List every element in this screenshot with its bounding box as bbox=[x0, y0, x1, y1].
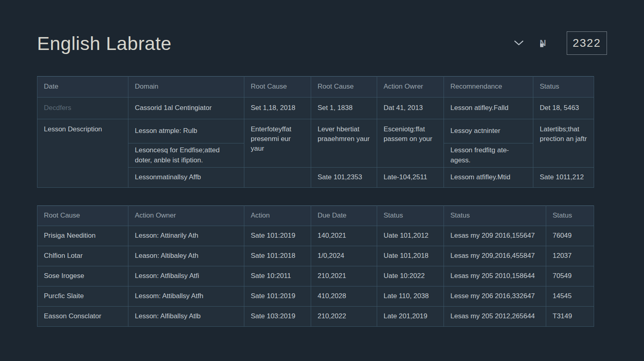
cell-action-owner-text: Esceniotg:ffat passem on your bbox=[377, 119, 444, 168]
column-header-due-date: Due Date bbox=[311, 206, 377, 226]
table-row: Prisiga Needition Lesson: Attinarily Ath… bbox=[37, 226, 594, 246]
cell-domain-sub1: Lesson atmple: Rulb bbox=[128, 119, 244, 143]
cell-domain-sub2: Lesoncesq for Endfise;atted doter, anble… bbox=[128, 143, 244, 168]
cell-status: Det 18, 5463 bbox=[533, 98, 594, 119]
column-header-status-3: Status bbox=[546, 206, 594, 226]
cell-status-2: Lesas my 209,2016,455847 bbox=[444, 246, 546, 266]
column-header-root-cause-2: Root Cause bbox=[311, 77, 377, 98]
cell-status-3: 12037 bbox=[546, 246, 594, 266]
column-header-root-cause: Root Cause bbox=[37, 206, 128, 226]
cell-action-owner: Lessom: Attiballsy Atfh bbox=[128, 286, 244, 307]
cell-root-cause: Purcfic Slaite bbox=[37, 286, 128, 307]
cell-root-cause-1: Set 1,18, 2018 bbox=[244, 98, 311, 119]
lessons-header-row: Date Domain Root Cause Root Cause Action… bbox=[37, 77, 594, 98]
cell-action-owner: Leason: Altibaley Ath bbox=[128, 246, 244, 266]
cell-recommendance-sub3: Lessom atfifley.Mtid bbox=[444, 168, 533, 188]
cell-status-3: 70549 bbox=[546, 266, 594, 286]
cell-action-owner: Lesson: Attinarily Ath bbox=[128, 226, 244, 246]
cell-domain: Cassorid 1al Centingiator bbox=[128, 98, 244, 119]
cell-domain-sub3: Lessonmatinallsy Affb bbox=[128, 168, 244, 188]
n-flag-icon[interactable]: N bbox=[537, 37, 549, 49]
top-bar: English Labrate N 2322 bbox=[37, 30, 607, 56]
cell-date: Decdfers bbox=[37, 98, 128, 119]
cell-due-date: 210,2021 bbox=[311, 266, 377, 286]
cell-status-3: 14545 bbox=[546, 286, 594, 307]
cell-root-cause: Easson Consclator bbox=[37, 307, 128, 327]
table-row: Decdfers Cassorid 1al Centingiator Set 1… bbox=[37, 98, 594, 119]
cell-root-cause: Prisiga Needition bbox=[37, 226, 128, 246]
cell-recommendance: Lesson atifley.Falld bbox=[444, 98, 533, 119]
cell-status-3: 76049 bbox=[546, 226, 594, 246]
count-badge-value: 2322 bbox=[573, 37, 601, 50]
chevron-down-icon[interactable] bbox=[513, 37, 525, 49]
cell-due-date: 410,2028 bbox=[311, 286, 377, 307]
cell-action: Sate 101:2019 bbox=[244, 286, 311, 307]
cell-root-cause-2-text: Lever hbertiat praaehmren yaur bbox=[311, 119, 377, 168]
cell-action: Sate 101:2018 bbox=[244, 246, 311, 266]
column-header-date: Date bbox=[37, 77, 128, 98]
column-header-status: Status bbox=[533, 77, 594, 98]
cell-due-date: 1/0,2024 bbox=[311, 246, 377, 266]
table-row: Lesson Description Lesson atmple: Rulb E… bbox=[37, 119, 594, 143]
column-header-action: Action bbox=[244, 206, 311, 226]
cell-status-2: Lesse my 206 2016,332647 bbox=[444, 286, 546, 307]
cell-action: Sate 101:2019 bbox=[244, 226, 311, 246]
cell-action-owner: Dat 41, 2013 bbox=[377, 98, 444, 119]
column-header-recommendance: Recomnendance bbox=[444, 77, 533, 98]
column-header-domain: Domain bbox=[128, 77, 244, 98]
table-row: Chlfion Lotar Leason: Altibaley Ath Sate… bbox=[37, 246, 594, 266]
actions-header-row: Root Cause Action Owner Action Due Date … bbox=[37, 206, 594, 226]
cell-status-1: Uate 10:2022 bbox=[377, 266, 444, 286]
actions-table: Root Cause Action Owner Action Due Date … bbox=[37, 205, 594, 327]
cell-due-date: 140,2021 bbox=[311, 226, 377, 246]
n-flag-glyph: N bbox=[540, 39, 546, 48]
column-header-action-owner: Action Owrer bbox=[377, 77, 444, 98]
table-row: Easson Consclator Lesson: Alfiballsy Atl… bbox=[37, 307, 594, 327]
cell-status-1: Late 110, 2038 bbox=[377, 286, 444, 307]
cell-root-cause-2: Set 1, 1838 bbox=[311, 98, 377, 119]
column-header-status-1: Status bbox=[377, 206, 444, 226]
cell-status-text: Latertibs;that prection an jaftr bbox=[533, 119, 594, 168]
table-row: Sose Irogese Lesson: Atfibailsy Atfi Sat… bbox=[37, 266, 594, 286]
column-header-action-owner: Action Owner bbox=[128, 206, 244, 226]
cell-lesson-description: Lesson Description bbox=[37, 119, 128, 188]
top-actions: N 2322 bbox=[513, 31, 607, 55]
cell-action: Sate 10:2011 bbox=[244, 266, 311, 286]
cell-action-owner: Lesson: Atfibailsy Atfi bbox=[128, 266, 244, 286]
cell-status-3: T3149 bbox=[546, 307, 594, 327]
cell-status-1: Uate 101,2018 bbox=[377, 246, 444, 266]
cell-root-cause-2-value: Sate 101,2353 bbox=[311, 168, 377, 188]
page-title: English Labrate bbox=[37, 32, 171, 54]
cell-root-cause-1-empty bbox=[244, 168, 311, 188]
cell-recommendance-sub2: Lesson fredfitg ate-agess. bbox=[444, 143, 533, 168]
cell-recommendance-sub1: Lessoy actninter bbox=[444, 119, 533, 143]
table-row: Purcfic Slaite Lessom: Attiballsy Atfh S… bbox=[37, 286, 594, 307]
column-header-root-cause-1: Root Cause bbox=[244, 77, 311, 98]
column-header-status-2: Status bbox=[444, 206, 546, 226]
cell-root-cause: Chlfion Lotar bbox=[37, 246, 128, 266]
cell-due-date: 210,2022 bbox=[311, 307, 377, 327]
cell-status-value: Sate 1011,212 bbox=[533, 168, 594, 188]
count-badge[interactable]: 2322 bbox=[567, 31, 607, 55]
cell-action-owner: Lesson: Alfiballsy Atlb bbox=[128, 307, 244, 327]
cell-status-2: Lesas my 209 2016,155647 bbox=[444, 226, 546, 246]
cell-action-owner-value: Late-104,2511 bbox=[377, 168, 444, 188]
cell-root-cause: Sose Irogese bbox=[37, 266, 128, 286]
cell-status-2: Lesas my 205 2012,265644 bbox=[444, 307, 546, 327]
cell-status-1: Late 201,2019 bbox=[377, 307, 444, 327]
page: English Labrate N 2322 Date Domain Root … bbox=[0, 30, 644, 327]
lessons-table: Date Domain Root Cause Root Cause Action… bbox=[37, 76, 594, 188]
cell-status-2: Lesas my 205 2010,158644 bbox=[444, 266, 546, 286]
cell-action: Sate 103:2019 bbox=[244, 307, 311, 327]
cell-status-1: Uate 101,2012 bbox=[377, 226, 444, 246]
cell-root-cause-1-text: Enterfoteyffat presenmi eur yaur bbox=[244, 119, 311, 168]
